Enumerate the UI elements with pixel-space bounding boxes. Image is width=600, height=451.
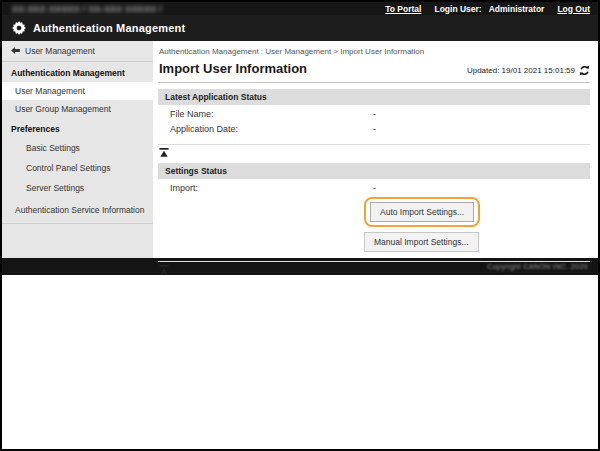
divider	[158, 261, 590, 262]
field-value: -	[373, 183, 376, 193]
browser-page: XX-XXX XXXXX / XX-XXX XXXXX / To Portal …	[0, 0, 600, 451]
page-title: Import User Information	[159, 61, 307, 76]
sidebar-item-server-settings[interactable]: Server Settings	[2, 178, 153, 198]
field-value: -	[373, 124, 376, 134]
sidebar-header-authentication-management: Authentication Management	[2, 62, 153, 82]
page-whitespace	[2, 275, 598, 449]
section-header-settings-status: Settings Status	[158, 163, 590, 179]
logout-link[interactable]: Log Out	[557, 4, 590, 14]
refresh-icon[interactable]	[579, 65, 590, 76]
manual-import-settings-button[interactable]: Manual Import Settings...	[364, 232, 479, 252]
sidebar-back-label: User Management	[25, 46, 95, 56]
redacted-copyright: Copyright CANON INC. 2020	[487, 263, 588, 270]
highlight-ring: Auto Import Settings...	[364, 197, 480, 227]
scroll-top-icon[interactable]	[159, 148, 169, 157]
field-label: Application Date:	[170, 124, 238, 134]
back-arrow-icon	[11, 46, 20, 56]
top-bar: XX-XXX XXXXX / XX-XXX XXXXX / To Portal …	[2, 2, 598, 15]
field-row-application-date: Application Date: -	[158, 120, 590, 135]
updated-timestamp: Updated: 19/01 2021 15:01:59	[467, 66, 575, 75]
main-content: Authentication Management : User Managem…	[153, 41, 598, 258]
auto-import-settings-button[interactable]: Auto Import Settings...	[370, 202, 474, 222]
breadcrumb: Authentication Management : User Managem…	[159, 47, 590, 56]
sidebar-item-user-group-management[interactable]: User Group Management	[2, 100, 153, 118]
sidebar-header-preferences: Preferences	[2, 118, 153, 138]
sidebar-back-link[interactable]: User Management	[2, 41, 153, 62]
redacted-device-name: XX-XXX XXXXX / XX-XXX XXXXX /	[12, 4, 162, 14]
field-label: Import:	[170, 183, 198, 193]
scroll-top-icon[interactable]	[159, 265, 169, 274]
field-label: File Name:	[170, 109, 214, 119]
field-row-file-name: File Name: -	[158, 105, 590, 120]
login-user-value: Administrator	[489, 4, 545, 14]
sidebar-item-control-panel-settings[interactable]: Control Panel Settings	[2, 158, 153, 178]
divider	[158, 144, 590, 145]
field-value: -	[373, 109, 376, 119]
login-user: Login User: Administrator	[434, 4, 544, 14]
sidebar-item-authentication-service-information[interactable]: Authentication Service Information	[2, 198, 153, 224]
app-header: Authentication Management	[2, 15, 598, 41]
sidebar-item-basic-settings[interactable]: Basic Settings	[2, 138, 153, 158]
to-portal-link[interactable]: To Portal	[385, 4, 421, 14]
app-title: Authentication Management	[33, 22, 185, 34]
sidebar-item-user-management[interactable]: User Management	[2, 82, 153, 100]
gear-icon	[12, 21, 26, 35]
section-header-latest-application-status: Latest Application Status	[158, 89, 590, 105]
login-user-label: Login User:	[434, 4, 481, 14]
sidebar: User Management Authentication Managemen…	[2, 41, 153, 258]
field-row-import: Import: -	[158, 179, 590, 194]
